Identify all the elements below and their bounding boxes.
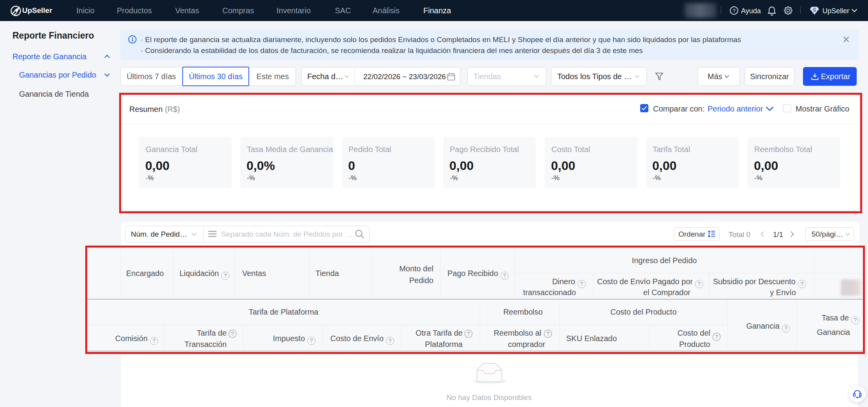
svg-text:S: S (813, 7, 816, 13)
svg-text:?: ? (732, 8, 735, 14)
